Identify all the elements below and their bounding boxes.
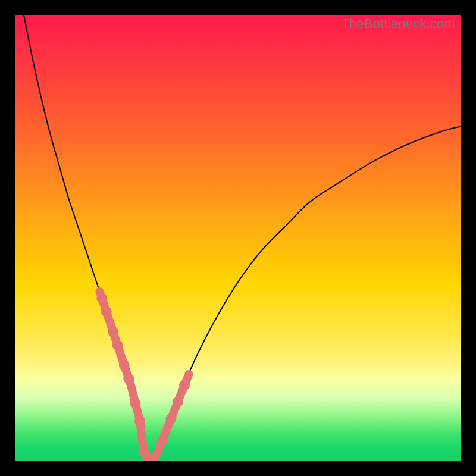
bead-dot (157, 436, 168, 446)
bead-dot (108, 327, 118, 337)
chart-overlay-svg (15, 15, 461, 461)
bead-dot (101, 306, 112, 317)
bottleneck-curve (24, 15, 461, 461)
bead-dot (119, 360, 130, 371)
bead-dot (123, 373, 134, 384)
bead-dot (134, 416, 145, 427)
chart-plot-area: TheBottleneck.com (15, 15, 461, 461)
bead-dot (179, 380, 190, 391)
bead-dot (112, 340, 123, 350)
bead-dot (130, 398, 141, 409)
bead-overlay (96, 292, 190, 461)
bead-dot (173, 397, 183, 408)
bead-segment (100, 292, 189, 461)
bead-dot (96, 293, 107, 303)
chart-frame: TheBottleneck.com (0, 0, 476, 476)
bead-dot (166, 414, 177, 424)
